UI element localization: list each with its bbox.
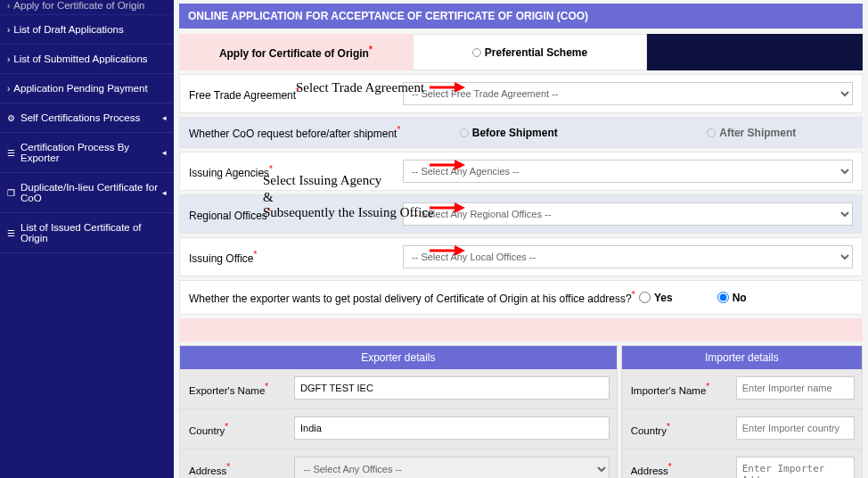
agencies-row: Issuing Agencies -- Select Any Agencies … <box>179 152 863 191</box>
fta-row: Free Trade Agreement -- Select Free Trad… <box>179 74 863 113</box>
importer-country-label: Country <box>622 409 729 449</box>
list-icon: ☰ <box>7 228 15 238</box>
radio-icon <box>707 128 716 137</box>
importer-country-input[interactable] <box>736 416 855 440</box>
copy-icon: ❐ <box>7 188 15 198</box>
importer-name-label: Importer's Name <box>622 369 729 408</box>
radio-input[interactable] <box>639 292 651 303</box>
sidebar-item-label: List of Draft Applications <box>13 24 123 35</box>
separator <box>179 318 863 342</box>
list-icon: ☰ <box>7 148 15 158</box>
exporter-country-input[interactable] <box>294 416 610 440</box>
sidebar-item-selfcert[interactable]: ⚙Self Certifications Process◂ <box>0 103 174 133</box>
sidebar-item-label: Certification Process By Exporter <box>20 142 167 163</box>
fta-label: Free Trade Agreement <box>189 87 403 102</box>
sidebar-item-label: Application Pending Payment <box>13 83 147 94</box>
importer-details: Importer details Importer's Name Country… <box>621 345 863 478</box>
after-shipment-option[interactable]: After Shipment <box>707 127 796 139</box>
sidebar-item-issued[interactable]: ☰List of Issued Certificate of Origin <box>0 213 174 253</box>
office-select[interactable]: -- Select Any Local Offices -- <box>403 245 853 268</box>
exporter-address-label: Address <box>180 449 287 478</box>
postal-no[interactable]: No <box>717 292 747 304</box>
sidebar-item-duplicate[interactable]: ❐Duplicate/In-lieu Certificate for CoO◂ <box>0 173 174 213</box>
postal-row: Whether the exporter wants to get postal… <box>179 280 863 315</box>
chevron-left-icon: ◂ <box>162 188 167 197</box>
sidebar-item-draft[interactable]: ›List of Draft Applications <box>0 15 174 45</box>
preferential-scheme-option[interactable]: Preferential Scheme <box>413 34 648 70</box>
before-shipment-option[interactable]: Before Shipment <box>460 127 558 139</box>
exporter-head: Exporter details <box>180 346 617 369</box>
sidebar: ›Apply for Certificate of Origin ›List o… <box>0 0 174 478</box>
sidebar-item-apply[interactable]: ›Apply for Certificate of Origin <box>0 0 174 15</box>
page-title: ONLINE APPLICATION FOR ACCEPTANCE OF CER… <box>179 4 863 29</box>
main-content: ONLINE APPLICATION FOR ACCEPTANCE OF CER… <box>174 0 868 478</box>
office-label: Issuing Office <box>189 250 403 265</box>
postal-question: Whether the exporter wants to get postal… <box>189 290 639 305</box>
chevron-left-icon: ◂ <box>162 113 167 122</box>
agencies-label: Issuing Agencies <box>189 164 403 179</box>
sidebar-item-certproc[interactable]: ☰Certification Process By Exporter◂ <box>0 133 174 173</box>
sidebar-item-label: Self Certifications Process <box>20 112 140 123</box>
exporter-country-label: Country <box>180 409 287 449</box>
postal-yes[interactable]: Yes <box>639 292 673 304</box>
gear-icon: ⚙ <box>7 113 15 123</box>
sidebar-item-label: Apply for Certificate of Origin <box>13 0 144 11</box>
exporter-name-input[interactable] <box>294 376 610 400</box>
apply-label-cell: Apply for Certificate of Origin <box>179 34 413 70</box>
regional-select[interactable]: -- Select Any Regional Offices -- <box>403 202 853 226</box>
importer-address-label: Address <box>622 449 729 478</box>
shipment-label: Whether CoO request before/after shipmen… <box>189 125 403 140</box>
exporter-details: Exporter details Exporter's Name Country… <box>179 345 618 478</box>
fta-select[interactable]: -- Select Free Trade Agreement -- <box>403 82 853 105</box>
office-row: Issuing Office -- Select Any Local Offic… <box>179 237 863 276</box>
regional-row: Regional Offices -- Select Any Regional … <box>179 194 863 234</box>
apply-header-row: Apply for Certificate of Origin Preferen… <box>179 34 863 70</box>
regional-label: Regional Offices <box>189 207 403 222</box>
radio-input[interactable] <box>717 292 729 303</box>
importer-address-input[interactable] <box>736 457 855 478</box>
agencies-select[interactable]: -- Select Any Agencies -- <box>403 160 853 183</box>
chevron-left-icon: ◂ <box>162 148 167 157</box>
shipment-row: Whether CoO request before/after shipmen… <box>179 117 863 148</box>
sidebar-item-submitted[interactable]: ›List of Submitted Applications <box>0 45 174 74</box>
radio-icon <box>460 128 469 137</box>
apply-label: Apply for Certificate of Origin <box>219 47 373 60</box>
apply-right-cell <box>647 34 863 70</box>
radio-icon <box>472 48 481 57</box>
exporter-address-select[interactable]: -- Select Any Offices -- <box>294 457 610 478</box>
scheme-label: Preferential Scheme <box>485 46 587 59</box>
exporter-name-label: Exporter's Name <box>180 369 287 408</box>
importer-head: Importer details <box>622 346 862 369</box>
sidebar-item-label: Duplicate/In-lieu Certificate for CoO <box>20 182 167 203</box>
sidebar-item-label: List of Issued Certificate of Origin <box>20 222 167 243</box>
sidebar-item-label: List of Submitted Applications <box>13 54 147 64</box>
importer-name-input[interactable] <box>736 376 855 400</box>
details-section: Exporter details Exporter's Name Country… <box>179 345 863 478</box>
sidebar-item-pending[interactable]: ›Application Pending Payment <box>0 74 174 103</box>
